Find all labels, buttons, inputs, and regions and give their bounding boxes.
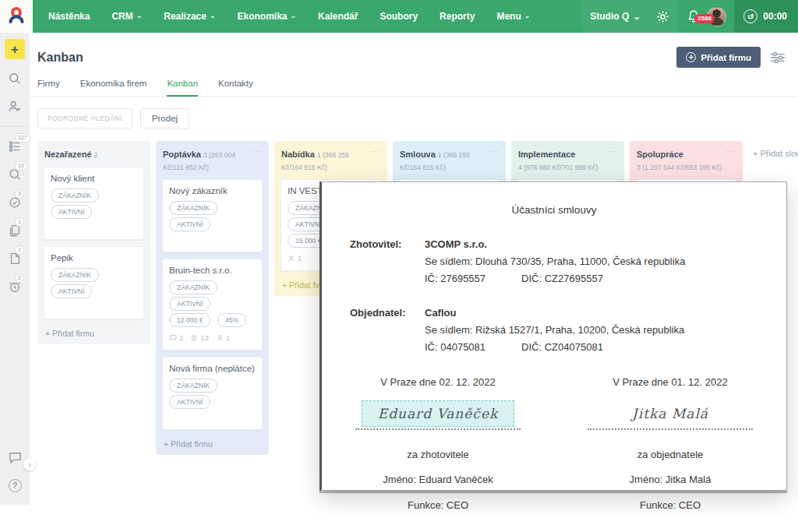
column-menu-icon[interactable]: ···	[370, 148, 380, 156]
search-button[interactable]	[6, 70, 23, 87]
main-menu: Nástěnka CRM⌄ Realizace⌄ Ekonomika⌄ Kale…	[37, 0, 541, 33]
party-objednatel: Objednatel: Caflou Se sídlem: Rižská 152…	[350, 305, 786, 356]
notifications-button[interactable]: 2588	[677, 9, 705, 23]
chat-support-button[interactable]	[6, 449, 23, 466]
advanced-search-button[interactable]: PODROBNÉ HLEDÁNÍ	[37, 108, 132, 129]
sidebar-expand-button[interactable]: ›	[23, 458, 36, 470]
user-add-icon	[8, 100, 22, 114]
kanban-card[interactable]: Nový klient ZÁKAZNÍK AKTIVNÍ	[44, 167, 144, 240]
app-logo[interactable]	[0, 0, 33, 33]
column-title: Smlouva	[400, 150, 436, 159]
menu-item-crm[interactable]: CRM⌄	[101, 0, 153, 33]
kanban-column-poptavka: Poptávka3 (293 004 Kč/131 852 Kč) ··· No…	[156, 141, 269, 455]
kanban-card[interactable]: Nová firma (neplátce) ZÁKAZNÍK AKTIVNÍ	[162, 357, 263, 430]
column-summary: 2	[94, 151, 98, 159]
gear-icon	[656, 10, 669, 23]
add-contact-button[interactable]	[6, 98, 23, 115]
question-icon: ?	[9, 479, 22, 492]
menu-item-realizace[interactable]: Realizace⌄	[153, 0, 226, 33]
sidebar-item-files[interactable]: 1	[6, 250, 23, 267]
card-meta: 2 13 1	[169, 333, 256, 342]
sidebar-item-reminders[interactable]: 2	[6, 278, 23, 295]
notifications-badge: 2588	[694, 14, 715, 23]
tab-ekonomika-firem[interactable]: Ekonomika firem	[80, 79, 147, 97]
kanban-card[interactable]: Pepik ZÁKAZNÍK AKTIVNÍ	[44, 246, 144, 319]
signature-block-objednatel: V Praze dne 01. 12. 2022 Jitka Malá za o…	[554, 376, 786, 511]
party-ic: IČ: 27695557	[425, 270, 486, 287]
signature-line	[355, 428, 521, 430]
documents-badge: 1	[15, 217, 24, 227]
board-settings-icon[interactable]	[770, 51, 786, 64]
signature-field[interactable]: Jitka Malá	[616, 400, 724, 427]
tag-pill: ZÁKAZNÍK	[169, 201, 217, 215]
menu-item-ekonomika[interactable]: Ekonomika⌄	[227, 0, 308, 33]
pipeline-select-button[interactable]: Prodej	[140, 108, 189, 129]
chevron-right-icon: ›	[28, 460, 31, 469]
person-icon	[216, 334, 224, 342]
top-navigation-bar: Nástěnka CRM⌄ Realizace⌄ Ekonomika⌄ Kale…	[0, 0, 798, 33]
plus-icon: +	[11, 43, 19, 56]
workspace-name: Studio Q	[590, 11, 629, 22]
menu-item-reporty[interactable]: Reporty	[429, 0, 486, 33]
signature-section: V Praze dne 02. 12. 2022 Eduard Vaněček …	[322, 376, 786, 511]
menu-item-nastenka[interactable]: Nástěnka	[37, 0, 101, 33]
section-tabs: Firmy Ekonomika firem Kanban Kontakty	[30, 68, 798, 97]
time-tracker[interactable]: ↺ 00:00	[734, 0, 798, 33]
settings-button[interactable]	[648, 0, 677, 33]
menu-item-soubory[interactable]: Soubory	[369, 0, 429, 33]
kanban-card[interactable]: Bruin-tech s.r.o. ZÁKAZNÍK AKTIVNÍ 12 00…	[162, 259, 263, 351]
column-title: Spolupráce	[637, 150, 683, 159]
column-title: Nezařazené	[44, 150, 92, 159]
column-summary: 4 (976 680 Kč/701 989 Kč)	[518, 163, 598, 173]
tag-pill: ZÁKAZNÍK	[169, 379, 217, 393]
menu-item-menu[interactable]: Menu⌄	[486, 0, 541, 33]
workspace-switcher[interactable]: Studio Q ⌄	[582, 0, 648, 33]
add-company-button[interactable]: + Přidat firmu	[676, 47, 761, 68]
column-title: Implementace	[518, 150, 575, 159]
kanban-card[interactable]: Nový zákazník ZÁKAZNÍK AKTIVNÍ	[162, 179, 263, 252]
menu-item-kalendar[interactable]: Kalendář	[307, 0, 369, 33]
app-root: Nástěnka CRM⌄ Realizace⌄ Ekonomika⌄ Kale…	[0, 0, 798, 532]
party-role: Objednatel:	[350, 305, 425, 356]
value-pill: 12 000 €	[169, 313, 210, 327]
signature-field[interactable]: Eduard Vaněček	[362, 400, 515, 427]
help-button[interactable]: ?	[6, 477, 23, 494]
tag-pill: AKTIVNÍ	[169, 395, 210, 409]
comment-icon	[169, 334, 177, 342]
reminders-badge: 2	[15, 273, 24, 283]
tab-firmy[interactable]: Firmy	[37, 79, 60, 97]
party-name: Caflou	[425, 305, 684, 322]
chevron-down-icon: ⌄	[524, 12, 531, 19]
chevron-down-icon: ⌄	[136, 12, 143, 19]
search-badge: 10	[15, 161, 27, 171]
column-menu-icon[interactable]: ···	[489, 148, 499, 156]
tag-pill: ZÁKAZNÍK	[169, 280, 217, 294]
sidebar-item-time[interactable]: 3	[6, 194, 23, 211]
column-menu-icon[interactable]: ···	[726, 148, 736, 156]
signer-function: Funkce: CEO	[408, 499, 468, 511]
files-badge: 1	[15, 245, 24, 255]
sidebar-bottom: ?	[6, 438, 23, 494]
contract-document-modal: Účastníci smlouvy Zhotovitel: 3COMP s.r.…	[320, 181, 787, 491]
column-menu-icon[interactable]: ···	[607, 148, 617, 156]
sidebar-item-documents[interactable]: 1	[6, 222, 23, 239]
sidebar-divider	[0, 126, 30, 127]
page-title: Kanban	[37, 51, 83, 65]
column-menu-icon[interactable]: ···	[252, 148, 262, 156]
signer-name: Jméno: Eduard Vaněček	[383, 474, 493, 485]
chevron-down-icon: ⌄	[210, 12, 216, 19]
quick-add-button[interactable]: +	[5, 39, 25, 59]
stopwatch-icon: ↺	[743, 9, 757, 23]
party-zhotovitel: Zhotovitel: 3COMP s.r.o. Se sídlem: Dlou…	[350, 236, 786, 287]
add-column-link[interactable]: + Přidat sloup	[753, 141, 798, 158]
tab-kontakty[interactable]: Kontakty	[218, 79, 253, 97]
left-sidebar: + 127	[0, 33, 30, 505]
sidebar-item-search-saved[interactable]: 10	[6, 166, 23, 183]
sidebar-item-tasks[interactable]: 127	[6, 138, 23, 155]
tag-pill: ZÁKAZNÍK	[51, 188, 99, 203]
add-company-link[interactable]: + Přidat firmu	[44, 326, 144, 338]
tab-kanban[interactable]: Kanban	[167, 79, 198, 97]
add-company-link[interactable]: + Přidat firmu	[162, 436, 263, 449]
kanban-column-nezarazene: Nezařazené2 Nový klient ZÁKAZNÍK AKTIVNÍ…	[37, 141, 150, 344]
signer-function: Funkce: CEO	[640, 499, 701, 511]
